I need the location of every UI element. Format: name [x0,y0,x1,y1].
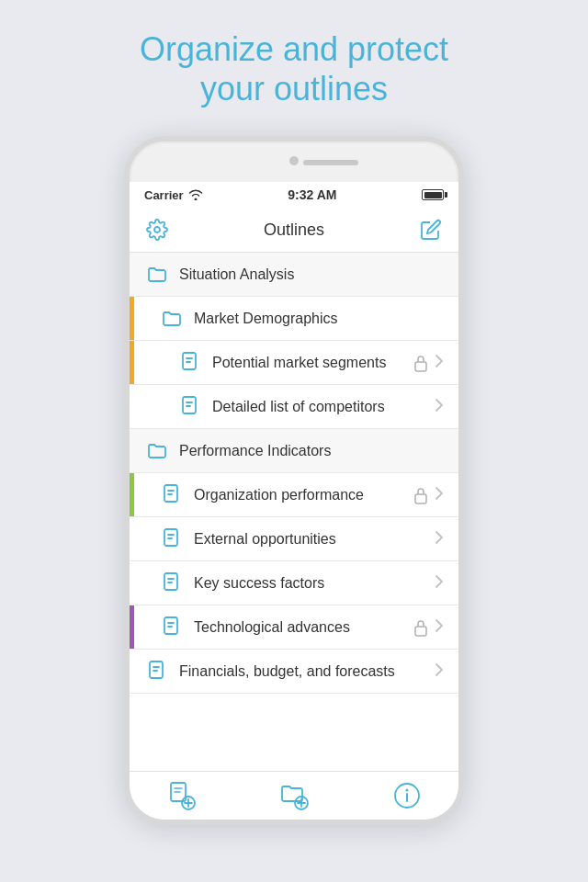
add-folder-icon [279,781,309,810]
svg-rect-8 [164,617,177,634]
folder-icon [159,306,185,332]
document-icon [159,482,185,508]
folder-icon [144,438,170,464]
svg-rect-3 [183,397,196,413]
settings-button[interactable] [144,217,170,243]
lock-icon [413,354,429,372]
item-label: Technological advances [194,619,413,636]
bottom-toolbar [130,771,458,820]
item-label: Potential market segments [212,355,413,371]
gear-icon [146,219,168,241]
info-button[interactable] [392,781,422,810]
side-bar [130,605,134,649]
chevron-icon [435,662,444,681]
list-item-financials-budget[interactable]: Financials, budget, and forecasts [130,650,458,694]
hero-title: Organize and protect your outlines [103,29,485,108]
status-time: 9:32 AM [288,187,336,202]
side-bar [130,341,134,384]
battery-icon [422,189,444,200]
svg-point-0 [154,227,160,232]
lock-icon [413,486,429,504]
list-item-technological-advances[interactable]: Technological advances [130,605,458,650]
item-label: Detailed list of competitors [212,399,433,415]
phone-speaker [303,160,358,165]
battery-indicator [422,189,444,200]
svg-rect-5 [415,494,426,503]
chevron-icon [435,618,444,637]
item-label: Key success factors [194,575,433,592]
nav-bar: Outlines [130,208,458,253]
add-document-button[interactable] [166,781,196,810]
item-label: Financials, budget, and forecasts [179,663,433,680]
side-bar [130,473,134,516]
chevron-icon [435,574,444,593]
list-item-key-success-factors[interactable]: Key success factors [130,561,458,605]
chevron-icon [435,354,444,372]
edit-icon [420,219,442,241]
list-item-potential-market-segments[interactable]: Potential market segments [130,341,458,385]
chevron-icon [435,486,444,504]
folder-icon [144,262,170,288]
document-icon [177,394,203,420]
battery-fill [424,192,442,198]
side-button [124,351,125,397]
svg-rect-4 [164,485,177,502]
phone-shell: Carrier 9:32 AM O [124,136,464,825]
svg-rect-6 [164,529,177,546]
svg-rect-9 [415,627,426,636]
list-item-market-demographics[interactable]: Market Demographics [130,297,458,341]
svg-rect-2 [415,362,426,371]
item-label: Market Demographics [194,311,444,327]
svg-rect-1 [183,353,196,369]
svg-rect-7 [164,573,177,590]
side-button [124,293,125,339]
item-label: Performance Indicators [179,443,444,459]
item-label: Organization performance [194,487,413,503]
item-label: External opportunities [194,531,433,548]
document-icon [144,659,170,684]
list-item-organization-performance[interactable]: Organization performance [130,473,458,517]
list-item-performance-indicators[interactable]: Performance Indicators [130,429,458,473]
carrier-label: Carrier [144,188,184,202]
add-document-icon [166,781,196,810]
list-item-external-opportunities[interactable]: External opportunities [130,517,458,561]
status-bar: Carrier 9:32 AM [130,182,458,208]
phone-screen: Carrier 9:32 AM O [130,182,458,820]
side-button [124,252,125,279]
wifi-icon [188,189,203,200]
document-icon [159,615,185,640]
svg-rect-10 [150,662,163,678]
outlines-list: Situation Analysis Market Demographics P… [130,253,458,771]
side-bar [130,297,134,340]
carrier-text: Carrier [144,188,203,202]
add-folder-button[interactable] [279,781,309,810]
nav-title: Outlines [264,220,324,240]
document-icon [159,526,185,552]
document-icon [177,350,203,376]
svg-point-15 [406,789,409,792]
lock-icon [413,618,429,637]
side-button [463,307,464,371]
edit-button[interactable] [418,217,444,243]
info-icon [392,781,422,810]
list-item-detailed-list-of-competitors[interactable]: Detailed list of competitors [130,385,458,429]
chevron-icon [435,398,444,416]
document-icon [159,571,185,596]
item-label: Situation Analysis [179,266,444,283]
list-item-situation-analysis[interactable]: Situation Analysis [130,253,458,297]
chevron-icon [435,530,444,548]
